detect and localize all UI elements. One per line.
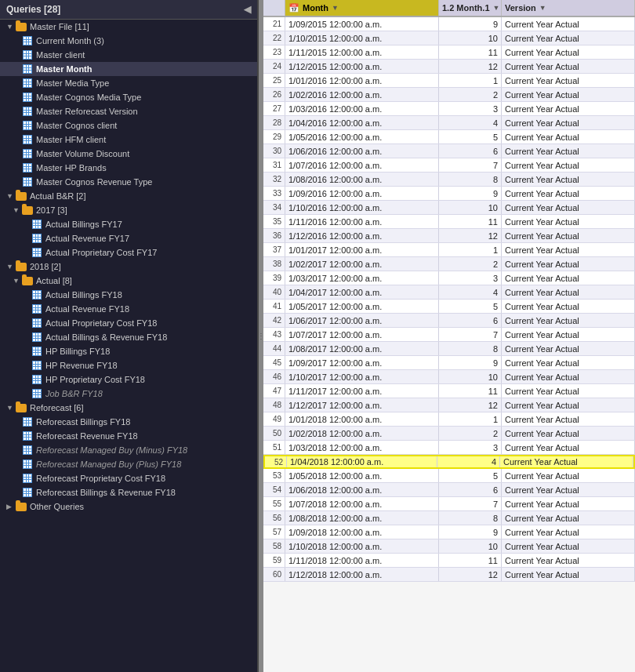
sidebar-item-reforecast-managed-buy-plus-fy18[interactable]: Reforecast Managed Buy (Plus) FY18 — [0, 457, 257, 471]
month-cell: 1/09/2015 12:00:00 a.m. — [285, 17, 439, 31]
month1-col-header[interactable]: 1.2 Month.1 ▼ — [439, 0, 502, 16]
month-sort-icon[interactable]: ▼ — [332, 4, 339, 12]
table-row[interactable]: 25 1/01/2016 12:00:00 a.m. 1 Current Yea… — [263, 74, 635, 88]
table-row[interactable]: 28 1/04/2016 12:00:00 a.m. 4 Current Yea… — [263, 116, 635, 130]
expand-arrow[interactable]: ▼ — [13, 277, 20, 285]
table-row[interactable]: 24 1/12/2015 12:00:00 a.m. 12 Current Ye… — [263, 60, 635, 74]
table-row[interactable]: 34 1/10/2016 12:00:00 a.m. 10 Current Ye… — [263, 201, 635, 215]
table-row[interactable]: 42 1/06/2017 12:00:00 a.m. 6 Current Yea… — [263, 314, 635, 328]
sidebar-item-master-media-type[interactable]: Master Media Type — [0, 76, 257, 90]
sidebar-item-master-reforecast-version[interactable]: Master Reforecast Version — [0, 104, 257, 118]
expand-arrow[interactable]: ▼ — [6, 404, 14, 412]
table-row[interactable]: 50 1/02/2018 12:00:00 a.m. 2 Current Yea… — [263, 427, 635, 441]
table-row[interactable]: 40 1/04/2017 12:00:00 a.m. 4 Current Yea… — [263, 285, 635, 300]
month-cell: 1/11/2018 12:00:00 a.m. — [285, 554, 439, 567]
tree-item-label: Master HP Brands — [36, 163, 107, 173]
month1-sort-icon[interactable]: ▼ — [493, 4, 500, 12]
sidebar-item-reforecast-billings-revenue-fy18[interactable]: Reforecast Billings & Revenue FY18 — [0, 485, 257, 499]
table-row[interactable]: 31 1/07/2016 12:00:00 a.m. 7 Current Yea… — [263, 158, 635, 173]
table-row[interactable]: 38 1/02/2017 12:00:00 a.m. 2 Current Yea… — [263, 257, 635, 271]
sidebar-item-master-hp-brands[interactable]: Master HP Brands — [0, 161, 257, 175]
table-row[interactable]: 43 1/07/2017 12:00:00 a.m. 7 Current Yea… — [263, 328, 635, 342]
sidebar-item-2017-3[interactable]: ▼2017 [3] — [0, 203, 257, 217]
table-row[interactable]: 46 1/10/2017 12:00:00 a.m. 10 Current Ye… — [263, 370, 635, 384]
table-row[interactable]: 52 1/04/2018 12:00:00 a.m. 4 Current Yea… — [263, 455, 635, 469]
table-row[interactable]: 58 1/10/2018 12:00:00 a.m. 10 Current Ye… — [263, 539, 635, 554]
expand-arrow[interactable]: ▼ — [6, 192, 14, 200]
version-col-header[interactable]: Version ▼ — [502, 0, 635, 16]
sidebar-item-2018-2[interactable]: ▼2018 [2] — [0, 260, 257, 274]
sidebar-item-master-volume-discount[interactable]: Master Volume Discount — [0, 147, 257, 161]
month-col-header[interactable]: 📅 Month ▼ — [285, 0, 439, 16]
month-cell: 1/03/2017 12:00:00 a.m. — [285, 271, 439, 285]
tree-item-label: Reforecast Managed Buy (Plus) FY18 — [36, 460, 181, 469]
table-row[interactable]: 32 1/08/2016 12:00:00 a.m. 8 Current Yea… — [263, 173, 635, 187]
sidebar-item-master-client[interactable]: Master client — [0, 48, 257, 62]
table-row[interactable]: 36 1/12/2016 12:00:00 a.m. 12 Current Ye… — [263, 229, 635, 243]
table-row[interactable]: 35 1/11/2016 12:00:00 a.m. 11 Current Ye… — [263, 215, 635, 229]
table-row[interactable]: 37 1/01/2017 12:00:00 a.m. 1 Current Yea… — [263, 243, 635, 257]
expand-arrow[interactable]: ▶ — [6, 503, 14, 510]
table-row[interactable]: 53 1/05/2018 12:00:00 a.m. 5 Current Yea… — [263, 469, 635, 483]
sidebar-item-master-month[interactable]: Master Month — [0, 62, 257, 76]
sidebar-item-actual-proprietary-cost-fy17[interactable]: Actual Proprietary Cost FY17 — [0, 245, 257, 260]
expand-arrow[interactable]: ▼ — [6, 23, 14, 31]
expand-collapse-icon[interactable]: ◀ — [244, 4, 251, 15]
sidebar-item-actual-br-2[interactable]: ▼Actual B&R [2] — [0, 189, 257, 203]
version-sort-icon[interactable]: ▼ — [539, 4, 546, 12]
sidebar-item-reforecast-6[interactable]: ▼Reforecast [6] — [0, 401, 257, 415]
table-row[interactable]: 41 1/05/2017 12:00:00 a.m. 5 Current Yea… — [263, 300, 635, 314]
sidebar-item-hp-proprietary-cost-fy18[interactable]: HP Proprietary Cost FY18 — [0, 372, 257, 387]
table-row[interactable]: 21 1/09/2015 12:00:00 a.m. 9 Current Yea… — [263, 17, 635, 31]
sidebar-item-job-br-fy18[interactable]: Job B&R FY18 — [0, 387, 257, 401]
table-row[interactable]: 27 1/03/2016 12:00:00 a.m. 3 Current Yea… — [263, 102, 635, 116]
table-row[interactable]: 59 1/11/2018 12:00:00 a.m. 11 Current Ye… — [263, 554, 635, 568]
tree-item-label: Reforecast Managed Buy (Minus) FY18 — [36, 445, 187, 455]
table-row[interactable]: 39 1/03/2017 12:00:00 a.m. 3 Current Yea… — [263, 271, 635, 285]
sidebar-item-hp-billings-fy18[interactable]: HP Billings FY18 — [0, 344, 257, 358]
table-row[interactable]: 22 1/10/2015 12:00:00 a.m. 10 Current Ye… — [263, 31, 635, 45]
sidebar-item-current-month-3[interactable]: Current Month (3) — [0, 34, 257, 48]
sidebar-item-hp-revenue-fy18[interactable]: HP Revenue FY18 — [0, 358, 257, 372]
table-row[interactable]: 33 1/09/2016 12:00:00 a.m. 9 Current Yea… — [263, 187, 635, 201]
table-row[interactable]: 54 1/06/2018 12:00:00 a.m. 6 Current Yea… — [263, 483, 635, 497]
sidebar-item-reforecast-billings-fy18[interactable]: Reforecast Billings FY18 — [0, 415, 257, 429]
table-row[interactable]: 48 1/12/2017 12:00:00 a.m. 12 Current Ye… — [263, 398, 635, 412]
table-row[interactable]: 23 1/11/2015 12:00:00 a.m. 11 Current Ye… — [263, 45, 635, 60]
sidebar-item-master-hfm-client[interactable]: Master HFM client — [0, 133, 257, 147]
table-row[interactable]: 49 1/01/2018 12:00:00 a.m. 1 Current Yea… — [263, 412, 635, 427]
table-row[interactable]: 47 1/11/2017 12:00:00 a.m. 11 Current Ye… — [263, 384, 635, 398]
table-row[interactable]: 30 1/06/2016 12:00:00 a.m. 6 Current Yea… — [263, 144, 635, 158]
expand-arrow[interactable]: ▼ — [13, 206, 20, 214]
sidebar-item-actual-billings-fy18[interactable]: Actual Billings FY18 — [0, 288, 257, 302]
sidebar-item-actual-revenue-fy17[interactable]: Actual Revenue FY17 — [0, 231, 257, 245]
table-row[interactable]: 29 1/05/2016 12:00:00 a.m. 5 Current Yea… — [263, 130, 635, 144]
sidebar-item-other-queries[interactable]: ▶Other Queries — [0, 499, 257, 514]
month1-cell: 12 — [439, 60, 502, 73]
sidebar-item-reforecast-managed-buy-minus-fy18[interactable]: Reforecast Managed Buy (Minus) FY18 — [0, 443, 257, 457]
folder-icon — [16, 191, 27, 202]
table-row[interactable]: 26 1/02/2016 12:00:00 a.m. 2 Current Yea… — [263, 88, 635, 102]
version-cell: Current Year Actual — [502, 427, 635, 440]
sidebar-item-actual-proprietary-cost-fy18[interactable]: Actual Proprietary Cost FY18 — [0, 316, 257, 330]
table-row[interactable]: 57 1/09/2018 12:00:00 a.m. 9 Current Yea… — [263, 525, 635, 539]
sidebar-item-master-cognos-media-type[interactable]: Master Cognos Media Type — [0, 90, 257, 104]
expand-arrow[interactable]: ▼ — [6, 263, 14, 271]
table-row[interactable]: 55 1/07/2018 12:00:00 a.m. 7 Current Yea… — [263, 497, 635, 511]
sidebar-item-master-cognos-client[interactable]: Master Cognos client — [0, 118, 257, 133]
sidebar-item-actual-8[interactable]: ▼Actual [8] — [0, 274, 257, 288]
sidebar-item-reforecast-revenue-fy18[interactable]: Reforecast Revenue FY18 — [0, 429, 257, 443]
table-row[interactable]: 60 1/12/2018 12:00:00 a.m. 12 Current Ye… — [263, 568, 635, 582]
table-row[interactable]: 44 1/08/2017 12:00:00 a.m. 8 Current Yea… — [263, 342, 635, 356]
table-row[interactable]: 45 1/09/2017 12:00:00 a.m. 9 Current Yea… — [263, 356, 635, 370]
query-icon — [22, 176, 33, 187]
sidebar-item-reforecast-proprietary-cost-fy18[interactable]: Reforecast Proprietary Cost FY18 — [0, 471, 257, 485]
sidebar-item-actual-billings-fy17[interactable]: Actual Billings FY17 — [0, 217, 257, 231]
table-row[interactable]: 56 1/08/2018 12:00:00 a.m. 8 Current Yea… — [263, 511, 635, 525]
table-row[interactable]: 51 1/03/2018 12:00:00 a.m. 3 Current Yea… — [263, 441, 635, 455]
queries-list[interactable]: ▼Master File [11]Current Month (3)Master… — [0, 20, 257, 672]
sidebar-item-master-cognos-revenue-type[interactable]: Master Cognos Revenue Type — [0, 175, 257, 189]
sidebar-item-master-file[interactable]: ▼Master File [11] — [0, 20, 257, 34]
sidebar-item-actual-revenue-fy18[interactable]: Actual Revenue FY18 — [0, 302, 257, 316]
sidebar-item-actual-billings-revenue-fy18[interactable]: Actual Billings & Revenue FY18 — [0, 330, 257, 344]
